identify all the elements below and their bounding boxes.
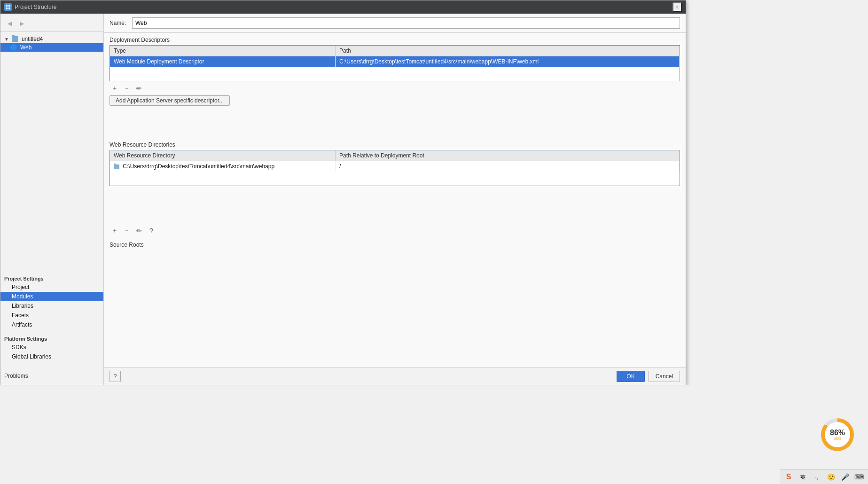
wd-row-path: /: [336, 161, 680, 172]
web-resource-toolbar: ＋ － ✏ ?: [104, 224, 686, 238]
svg-rect-0: [6, 5, 8, 7]
chevron-down-icon: ▼: [4, 37, 9, 42]
deployment-table-header: Type Path: [110, 46, 680, 56]
title-bar: Project Structure ×: [0, 0, 686, 14]
deployment-remove-btn[interactable]: －: [122, 83, 132, 94]
wr-add-btn[interactable]: ＋: [109, 226, 120, 236]
wr-remove-btn[interactable]: －: [122, 226, 132, 236]
wr-help-btn[interactable]: ?: [146, 226, 156, 236]
web-resource-table-header: Web Resource Directory Path Relative to …: [110, 150, 680, 161]
sidebar-sdks-label: SDKs: [12, 344, 26, 351]
name-label: Name:: [109, 20, 128, 26]
sidebar-artifacts-label: Artifacts: [12, 321, 32, 328]
nav-toolbar: ◀ ▶: [0, 17, 103, 32]
cancel-button[interactable]: Cancel: [649, 371, 680, 382]
sidebar-libraries-label: Libraries: [12, 303, 33, 309]
wd-table-empty: [110, 172, 680, 186]
back-button[interactable]: ◀: [4, 18, 15, 29]
platform-settings-header: Platform Settings: [0, 333, 103, 343]
sidebar-item-libraries[interactable]: Libraries: [0, 301, 103, 311]
svg-rect-3: [8, 8, 10, 9]
title-bar-left: Project Structure: [4, 3, 56, 11]
web-resource-table: Web Resource Directory Path Relative to …: [109, 150, 680, 186]
wd-table-row[interactable]: C:\Users\drrg\Desktop\testTomcat\untitle…: [110, 161, 680, 172]
sidebar-item-global-libraries[interactable]: Global Libraries: [0, 352, 103, 361]
wd-row-directory: C:\Users\drrg\Desktop\testTomcat\untitle…: [110, 161, 336, 172]
sidebar-item-modules[interactable]: Modules: [0, 292, 103, 301]
deployment-spacer: [104, 109, 686, 138]
source-roots-spacer: [104, 250, 686, 259]
add-descriptor-row: Add Application Server specific descript…: [104, 95, 686, 109]
sidebar-item-facets[interactable]: Facets: [0, 311, 103, 320]
source-roots-title: Source Roots: [104, 238, 686, 250]
forward-button[interactable]: ▶: [16, 18, 27, 29]
wd-col2-header: Path Relative to Deployment Root: [336, 150, 680, 161]
svg-rect-2: [6, 8, 8, 9]
project-settings-header: Project Settings: [0, 273, 103, 282]
tree-root-label: untitled4: [22, 36, 43, 42]
tree-web-label: Web: [20, 44, 31, 51]
deployment-row-path: C:\Users\drrg\Desktop\testTomcat\untitle…: [336, 56, 680, 67]
sidebar-global-libraries-label: Global Libraries: [12, 353, 51, 360]
sidebar-modules-label: Modules: [12, 293, 33, 300]
back-icon: ◀: [8, 20, 12, 27]
tree-web-item[interactable]: 🌐 Web: [0, 43, 103, 52]
tree-area: ▼ untitled4 🌐 Web: [0, 34, 103, 273]
folder-icon: [12, 36, 18, 42]
wr-edit-btn[interactable]: ✏: [134, 226, 144, 236]
sidebar-facets-label: Facets: [12, 312, 29, 319]
window-body: ◀ ▶ ▼ untitled4 🌐 Web Project Se: [0, 14, 686, 385]
deployment-table-row[interactable]: Web Module Deployment Descriptor C:\User…: [110, 56, 680, 67]
scrollable-content: Deployment Descriptors Type Path Web Mod…: [104, 33, 686, 367]
window-title: Project Structure: [15, 4, 56, 10]
deployment-row-type: Web Module Deployment Descriptor: [110, 56, 336, 67]
deployment-add-btn[interactable]: ＋: [109, 83, 120, 94]
forward-icon: ▶: [20, 20, 24, 27]
deployment-table: Type Path Web Module Deployment Descript…: [109, 45, 680, 81]
sidebar-project-label: Project: [12, 284, 29, 290]
web-resource-section-title: Web Resource Directories: [104, 138, 686, 150]
sidebar-item-artifacts[interactable]: Artifacts: [0, 320, 103, 329]
deployment-edit-btn[interactable]: ✏: [134, 83, 144, 94]
wd-col1-header: Web Resource Directory: [110, 150, 336, 161]
folder-small-icon: [114, 164, 119, 169]
wd-row-directory-text: C:\Users\drrg\Desktop\testTomcat\untitle…: [123, 163, 274, 170]
deployment-table-empty: [110, 67, 680, 81]
tree-root-item[interactable]: ▼ untitled4: [0, 35, 103, 43]
problems-item: Problems: [0, 369, 103, 381]
sidebar: ◀ ▶ ▼ untitled4 🌐 Web Project Se: [0, 14, 104, 385]
deployment-toolbar: ＋ － ✏: [104, 81, 686, 95]
help-button[interactable]: ?: [109, 371, 121, 382]
sidebar-problems-label[interactable]: Problems: [4, 373, 28, 379]
deployment-col-path-header: Path: [336, 46, 680, 56]
sidebar-item-sdks[interactable]: SDKs: [0, 343, 103, 352]
svg-rect-1: [8, 5, 10, 7]
ok-button[interactable]: OK: [617, 371, 644, 382]
sidebar-item-project[interactable]: Project: [0, 282, 103, 292]
web-resource-spacer: [104, 186, 686, 224]
web-module-icon: 🌐: [10, 44, 17, 51]
add-descriptor-btn[interactable]: Add Application Server specific descript…: [109, 95, 230, 106]
app-icon: [4, 3, 12, 11]
project-structure-window: Project Structure × ◀ ▶ ▼ untitled4: [0, 0, 686, 385]
bottom-bar: ? OK Cancel: [104, 367, 686, 385]
name-input[interactable]: [132, 17, 680, 29]
main-content: Name: Deployment Descriptors Type Path W…: [104, 14, 686, 385]
deployment-section-title: Deployment Descriptors: [104, 33, 686, 45]
close-button[interactable]: ×: [673, 2, 682, 12]
deployment-col-type-header: Type: [110, 46, 336, 56]
name-row: Name:: [104, 14, 686, 33]
